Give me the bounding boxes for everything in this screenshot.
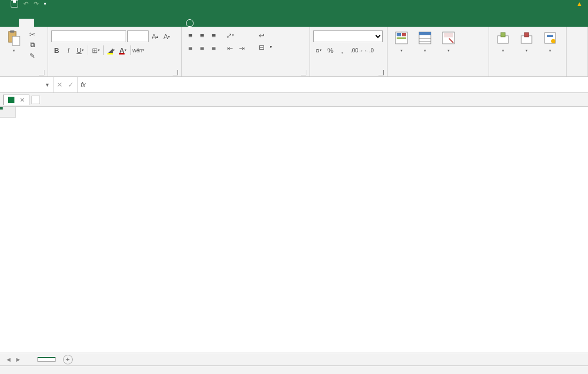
increase-font-button[interactable]: A▴ [150, 32, 160, 41]
close-icon[interactable]: ✕ [20, 97, 25, 104]
copy-icon: ⧉ [30, 41, 35, 49]
tab-review[interactable] [94, 19, 109, 27]
format-table-button[interactable]: ▾ [414, 28, 436, 54]
tab-view[interactable] [109, 19, 124, 27]
status-bar [0, 365, 588, 374]
wrap-text-button[interactable]: ↩ [256, 30, 272, 40]
border-button[interactable]: ⊞▾ [90, 45, 101, 55]
svg-rect-12 [444, 33, 453, 37]
bold-button[interactable]: B [51, 45, 62, 55]
lightbulb-icon [186, 19, 194, 27]
cond-format-icon [393, 29, 410, 46]
tab-home[interactable] [19, 19, 34, 27]
formula-input[interactable] [89, 77, 588, 92]
cell-style-icon [440, 29, 457, 46]
table-style-icon [416, 29, 434, 46]
dialog-launcher-icon[interactable] [301, 70, 306, 75]
sheet-nav-next-icon[interactable]: ► [15, 356, 21, 363]
svg-rect-6 [397, 37, 406, 39]
conditional-format-button[interactable]: ▾ [391, 28, 412, 54]
confirm-formula-icon[interactable]: ✓ [68, 81, 74, 89]
accounting-button[interactable]: ¤▾ [313, 45, 324, 55]
undo-icon[interactable]: ↶ [24, 1, 28, 7]
ribbon-tabs [0, 7, 588, 27]
underline-button[interactable]: U▾ [75, 45, 86, 55]
decrease-decimal-button[interactable]: ←.0 [363, 45, 374, 55]
qa-dropdown-icon[interactable]: ▾ [44, 1, 47, 6]
svg-rect-16 [524, 33, 529, 37]
svg-rect-1 [10, 30, 14, 33]
increase-decimal-button[interactable]: .00→ [352, 45, 362, 55]
comma-button[interactable]: , [337, 45, 347, 55]
currency-icon: ¤ [315, 46, 319, 54]
save-icon[interactable] [11, 0, 18, 7]
tab-data[interactable] [79, 19, 94, 27]
cell-styles-button[interactable]: ▾ [438, 28, 459, 54]
excel-icon [8, 97, 14, 103]
font-name-combo[interactable] [51, 30, 126, 42]
border-icon: ⊞ [92, 46, 98, 54]
fx-icon[interactable]: fx [78, 77, 89, 92]
redo-icon[interactable]: ↷ [34, 1, 38, 7]
align-left-button[interactable]: ≡ [185, 43, 196, 53]
format-cells-button[interactable]: ▾ [539, 28, 561, 54]
select-all-corner[interactable] [0, 107, 16, 118]
phonetic-button[interactable]: wén▾ [133, 45, 144, 55]
align-middle-button[interactable]: ≡ [197, 30, 207, 40]
insert-icon [494, 29, 512, 46]
spreadsheet-grid[interactable] [0, 107, 588, 365]
copy-button[interactable]: ⧉ [27, 40, 37, 50]
fill-color-button[interactable]: ◢▾ [106, 45, 117, 55]
percent-button[interactable]: % [325, 45, 336, 55]
tab-file[interactable] [4, 19, 19, 27]
increase-indent-button[interactable]: ⇥ [236, 43, 247, 53]
tab-help[interactable] [154, 19, 169, 27]
scissors-icon: ✂ [29, 30, 35, 38]
font-size-combo[interactable] [127, 30, 149, 42]
tab-formulas[interactable] [64, 19, 79, 27]
dialog-launcher-icon[interactable] [173, 70, 178, 75]
svg-rect-18 [547, 35, 553, 37]
align-center-button[interactable]: ≡ [197, 43, 207, 53]
number-format-combo[interactable] [313, 30, 383, 42]
orientation-icon: ⤢ [226, 32, 232, 40]
svg-rect-14 [501, 33, 505, 37]
tab-page-layout[interactable] [49, 19, 64, 27]
merge-icon: ⊟ [256, 42, 267, 52]
tab-insert[interactable] [34, 19, 49, 27]
sheet-tab[interactable] [37, 357, 56, 362]
dialog-launcher-icon[interactable] [378, 70, 384, 75]
new-workbook-tab[interactable] [32, 96, 40, 104]
name-box[interactable]: ▼ [0, 77, 53, 92]
merge-center-button[interactable]: ⊟ ▾ [256, 42, 272, 52]
sheet-tab-bar: ◄ ► + [0, 353, 588, 365]
format-painter-button[interactable]: ✎ [27, 51, 37, 60]
align-bottom-button[interactable]: ≡ [208, 30, 219, 40]
new-sheet-button[interactable]: + [63, 355, 73, 364]
svg-rect-2 [12, 36, 20, 45]
svg-point-19 [551, 39, 555, 43]
align-right-button[interactable]: ≡ [208, 43, 219, 53]
align-top-button[interactable]: ≡ [185, 30, 196, 40]
tab-office[interactable] [139, 19, 154, 27]
tell-me-search[interactable] [186, 19, 197, 27]
font-color-button[interactable]: A▾ [118, 45, 128, 55]
italic-button[interactable]: I [63, 45, 74, 55]
tab-developer[interactable] [124, 19, 139, 27]
tab-foxit[interactable] [169, 19, 184, 27]
cancel-formula-icon[interactable]: ✕ [57, 81, 63, 89]
cut-button[interactable]: ✂ [27, 29, 37, 39]
decrease-font-button[interactable]: A▾ [161, 32, 172, 41]
insert-cells-button[interactable]: ▾ [492, 28, 514, 54]
paste-button[interactable]: ▾ [3, 28, 25, 54]
sheet-nav-prev-icon[interactable]: ◄ [5, 356, 12, 363]
workbook-tab[interactable]: ✕ [3, 95, 29, 105]
brush-icon: ✎ [29, 52, 35, 60]
chevron-down-icon: ▾ [13, 48, 15, 53]
decrease-indent-button[interactable]: ⇤ [225, 43, 235, 53]
format-icon [541, 29, 559, 46]
orientation-button[interactable]: ⤢▾ [225, 30, 235, 40]
delete-cells-button[interactable]: ▾ [516, 28, 537, 54]
warning-icon[interactable]: ▲ [576, 0, 583, 7]
dialog-launcher-icon[interactable] [39, 70, 44, 75]
